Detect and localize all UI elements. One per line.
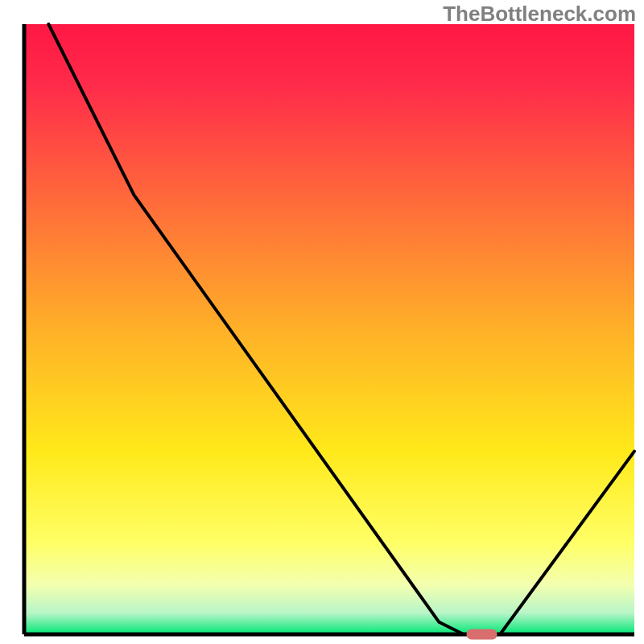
optimal-marker [467,630,497,640]
bottleneck-chart [0,0,644,644]
chart-container: TheBottleneck.com [0,0,644,644]
plot-background [24,24,634,634]
watermark-text: TheBottleneck.com [443,2,636,27]
